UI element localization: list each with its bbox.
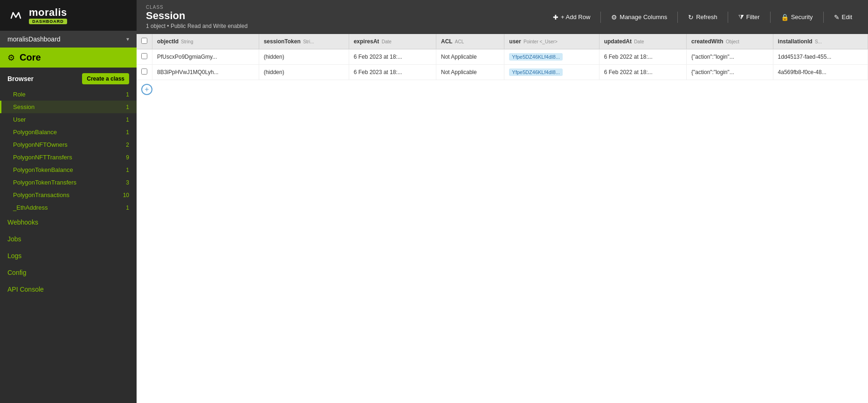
col-user: user Pointer <_User>: [504, 34, 599, 49]
filter-button[interactable]: ⧩ Filter: [732, 10, 766, 24]
separator: [600, 12, 601, 23]
sidebar: moralis DASHBOARD moralisDashboard ▾ ⚙ C…: [0, 0, 137, 403]
cell-user[interactable]: Yfpe5DZ46KLf4dI8...: [504, 49, 599, 65]
add-row-inline-button[interactable]: +: [141, 84, 152, 95]
col-installationid: installationId S...: [773, 34, 868, 49]
dashboard-name-row[interactable]: moralisDashboard ▾: [0, 31, 137, 48]
plus-icon: ✚: [553, 14, 558, 21]
manage-columns-label: Manage Columns: [620, 14, 667, 20]
sidebar-item-session[interactable]: Session 1: [0, 101, 137, 113]
cell-acl[interactable]: Not Applicable: [436, 49, 504, 65]
main-content: CLASS Session 1 object • Public Read and…: [137, 0, 868, 403]
cell-objectid[interactable]: 8B3iPpHVwJ1MQ0Lyh...: [152, 65, 259, 80]
cell-updatedat[interactable]: 6 Feb 2022 at 18:...: [599, 49, 686, 65]
edit-icon: ✎: [834, 14, 840, 21]
cell-sessiontoken[interactable]: (hidden): [259, 65, 349, 80]
col-expiresat: expiresAt Date: [349, 34, 436, 49]
sidebar-item-label: PolygonNFTTransfers: [13, 154, 72, 161]
col-acl: ACL ACL: [436, 34, 504, 49]
sidebar-header: moralis DASHBOARD: [0, 0, 137, 31]
brand-badge: DASHBOARD: [29, 19, 67, 24]
sidebar-item-label: PolygonBalance: [13, 129, 57, 136]
gear-icon: ⚙: [611, 14, 617, 21]
cell-objectid[interactable]: PfUscxPo9DgmiaGmy...: [152, 49, 259, 65]
cell-acl[interactable]: Not Applicable: [436, 65, 504, 80]
sidebar-item-ethaddress[interactable]: _EthAddress 1: [0, 201, 137, 214]
edit-button[interactable]: ✎ Edit: [827, 11, 859, 24]
sidebar-item-count: 9: [122, 154, 129, 161]
sidebar-item-webhooks[interactable]: Webhooks: [0, 214, 137, 231]
security-button[interactable]: 🔒 Security: [774, 11, 820, 24]
pointer-badge: Yfpe5DZ46KLf4dI8...: [509, 68, 563, 76]
sidebar-item-polygonbalance[interactable]: PolygonBalance 1: [0, 126, 137, 138]
browser-section: Browser Create a class: [0, 68, 137, 88]
sidebar-item-user[interactable]: User 1: [0, 113, 137, 126]
dashboard-name-label: moralisDashboard: [7, 35, 61, 43]
sidebar-item-label: User: [13, 116, 26, 123]
sidebar-item-polygontransactions[interactable]: PolygonTransactions 10: [0, 189, 137, 201]
cell-createdwith[interactable]: {"action":"login"...: [687, 49, 773, 65]
row-checkbox-cell: [137, 49, 152, 65]
core-section: ⚙ Core: [0, 48, 137, 68]
sidebar-item-logs[interactable]: Logs: [0, 247, 137, 264]
lock-icon: 🔒: [781, 14, 789, 21]
cell-user[interactable]: Yfpe5DZ46KLf4dI8...: [504, 65, 599, 80]
select-all-checkbox[interactable]: [141, 38, 147, 44]
add-row-button[interactable]: ✚ + Add Row: [546, 11, 597, 24]
class-info: CLASS Session 1 object • Public Read and…: [146, 5, 248, 29]
core-label: Core: [20, 52, 41, 63]
sidebar-item-label: PolygonTokenTransfers: [13, 179, 76, 186]
cell-expiresat[interactable]: 6 Feb 2023 at 18:...: [349, 65, 436, 80]
col-objectid: objectId String: [152, 34, 259, 49]
row-checkbox-cell: [137, 65, 152, 80]
row-checkbox[interactable]: [141, 68, 147, 75]
sidebar-item-api-console[interactable]: API Console: [0, 281, 137, 298]
separator: [677, 12, 678, 23]
sidebar-item-count: 1: [122, 167, 129, 173]
sidebar-item-polygontokenbalance[interactable]: PolygonTokenBalance 1: [0, 164, 137, 176]
sidebar-item-label: PolygonTransactions: [13, 191, 69, 198]
sidebar-item-label: _EthAddress: [13, 204, 48, 211]
add-row-action-row: +: [137, 80, 868, 99]
table-row: PfUscxPo9DgmiaGmy... (hidden) 6 Feb 2023…: [137, 49, 868, 65]
refresh-icon: ↻: [688, 14, 694, 21]
pointer-badge: Yfpe5DZ46KLf4dI8...: [509, 53, 563, 61]
refresh-button[interactable]: ↻ Refresh: [682, 11, 724, 24]
class-name: Session: [146, 10, 248, 22]
create-class-button[interactable]: Create a class: [82, 73, 129, 84]
cell-installationid[interactable]: 4a569fb8-f0ce-48...: [773, 65, 868, 80]
cell-installationid[interactable]: 1dd45137-faed-455...: [773, 49, 868, 65]
table-container: objectId String sessionToken Stri... exp…: [137, 34, 868, 403]
sidebar-item-label: PolygonNFTOwners: [13, 141, 68, 148]
settings-icon: ⚙: [7, 53, 15, 63]
brand-name: moralis: [29, 7, 67, 19]
sidebar-item-jobs[interactable]: Jobs: [0, 231, 137, 247]
row-checkbox[interactable]: [141, 53, 147, 59]
sidebar-item-count: 3: [122, 179, 129, 186]
sidebar-item-role[interactable]: Role 1: [0, 88, 137, 101]
main-header: CLASS Session 1 object • Public Read and…: [137, 0, 868, 34]
col-updatedat: updatedAt Date: [599, 34, 686, 49]
sidebar-item-label: Role: [13, 91, 26, 98]
sidebar-item-config[interactable]: Config: [0, 264, 137, 281]
chevron-down-icon: ▾: [126, 36, 129, 42]
sidebar-item-polygonnftowners[interactable]: PolygonNFTOwners 2: [0, 138, 137, 151]
filter-label: Filter: [746, 14, 760, 20]
cell-sessiontoken[interactable]: (hidden): [259, 49, 349, 65]
sidebar-item-polygonnfttransfers[interactable]: PolygonNFTTransfers 9: [0, 151, 137, 164]
nav-items-list: Role 1 Session 1 User 1 PolygonBalance 1…: [0, 88, 137, 403]
cell-expiresat[interactable]: 6 Feb 2023 at 18:...: [349, 49, 436, 65]
col-createdwith: createdWith Object: [687, 34, 773, 49]
header-actions: ✚ + Add Row ⚙ Manage Columns ↻ Refresh ⧩…: [546, 10, 859, 24]
filter-icon: ⧩: [738, 13, 744, 21]
edit-label: Edit: [842, 14, 852, 20]
checkbox-header: [137, 34, 152, 49]
sidebar-item-count: 1: [122, 205, 129, 211]
cell-updatedat[interactable]: 6 Feb 2022 at 18:...: [599, 65, 686, 80]
separator: [770, 12, 771, 23]
manage-columns-button[interactable]: ⚙ Manage Columns: [605, 11, 674, 24]
sidebar-item-polygontokentransfers[interactable]: PolygonTokenTransfers 3: [0, 176, 137, 189]
cell-createdwith[interactable]: {"action":"login"...: [687, 65, 773, 80]
col-sessiontoken: sessionToken Stri...: [259, 34, 349, 49]
sidebar-item-label: PolygonTokenBalance: [13, 166, 73, 173]
